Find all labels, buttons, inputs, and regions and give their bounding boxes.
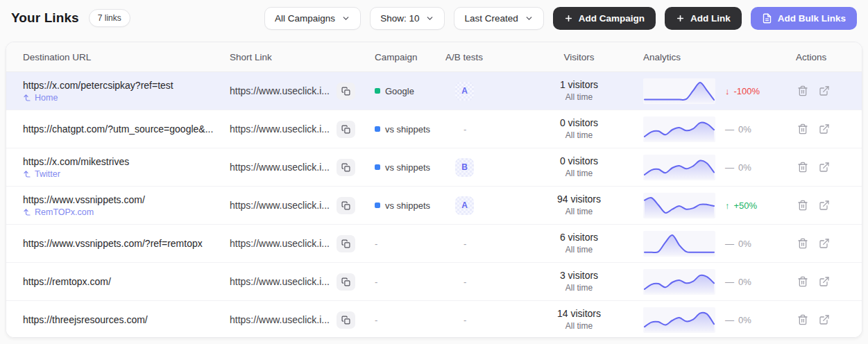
visitors-count: 0 visitors — [515, 155, 643, 168]
short-link-url[interactable]: https://www.useclick.i... — [230, 276, 330, 287]
short-link-cell: https://www.useclick.i... — [230, 83, 375, 100]
campaign-cell: - — [375, 239, 445, 249]
visitors-sparkline-chart — [643, 78, 715, 104]
top-bar: Your Links 7 links All Campaigns Show: 1… — [0, 0, 868, 36]
delete-link-button[interactable] — [797, 238, 808, 249]
open-link-button[interactable] — [819, 123, 830, 135]
campaign-filter-dropdown[interactable]: All Campaigns — [264, 7, 361, 30]
table-row[interactable]: https://www.vssnippets.com/?ref=remtopx … — [6, 225, 862, 263]
short-link-url[interactable]: https://www.useclick.i... — [230, 238, 330, 249]
show-filter-value: Show: 10 — [380, 13, 419, 24]
copy-short-link-button[interactable] — [337, 273, 355, 291]
destination-page-ref[interactable]: Twitter — [23, 169, 230, 179]
table-row[interactable]: https://threejsresources.com/ https://ww… — [6, 301, 862, 338]
page-title: Your Links — [11, 10, 79, 26]
copy-short-link-button[interactable] — [337, 159, 355, 176]
visitors-sparkline-chart — [643, 193, 715, 218]
campaign-empty-dash: - — [375, 277, 377, 287]
campaign-cell: - — [375, 315, 445, 325]
delete-link-button[interactable] — [797, 85, 808, 96]
table-row[interactable]: https://remtopx.com/ https://www.useclic… — [6, 263, 862, 301]
destination-page-ref[interactable]: Home — [23, 93, 230, 103]
copy-short-link-button[interactable] — [337, 235, 355, 252]
open-link-button[interactable] — [819, 162, 830, 173]
actions-cell — [796, 123, 845, 135]
chevron-down-icon — [341, 14, 350, 23]
ab-test-badge[interactable]: A — [455, 82, 474, 101]
visitors-period: All time — [515, 244, 643, 255]
trend-label: +50% — [734, 200, 758, 211]
copy-short-link-button[interactable] — [337, 121, 355, 138]
trend-up-icon: ↑ — [725, 200, 730, 211]
trend-label: 0% — [738, 239, 751, 249]
short-link-cell: https://www.useclick.i... — [230, 311, 375, 329]
destination-url[interactable]: https://www.vssnippets.com/?ref=remtopx — [23, 238, 230, 249]
delete-link-button[interactable] — [797, 314, 808, 325]
open-link-button[interactable] — [819, 276, 830, 287]
short-link-url[interactable]: https://www.useclick.i... — [230, 200, 330, 211]
table-row[interactable]: https://x.com/mikestrivesTwitter https:/… — [6, 148, 862, 187]
delete-link-button[interactable] — [797, 200, 808, 211]
destination-page-ref[interactable]: RemTOPx.com — [23, 207, 230, 217]
short-link-url[interactable]: https://www.useclick.i... — [230, 85, 330, 96]
table-row[interactable]: https://www.vssnippets.com/RemTOPx.com h… — [6, 187, 862, 225]
ab-test-cell: A — [445, 196, 515, 215]
destination-url[interactable]: https://www.vssnippets.com/ — [23, 194, 230, 205]
analytics-cell: ↑ +50% — [643, 193, 796, 218]
delete-link-button[interactable] — [797, 276, 808, 287]
visitors-period: All time — [515, 206, 643, 217]
trend-flat-icon: — — [725, 162, 734, 173]
visitors-cell: 0 visitors All time — [515, 155, 643, 179]
delete-icon — [797, 123, 808, 135]
table-row[interactable]: https://x.com/petercsipkay?ref=testHome … — [6, 72, 862, 110]
visitors-sparkline-chart — [643, 307, 715, 333]
short-link-url[interactable]: https://www.useclick.i... — [230, 314, 330, 325]
copy-short-link-button[interactable] — [337, 311, 355, 329]
open-link-button[interactable] — [819, 200, 830, 211]
short-link-url[interactable]: https://www.useclick.i... — [230, 123, 330, 135]
sort-filter-dropdown[interactable]: Last Created — [454, 7, 543, 30]
copy-short-link-button[interactable] — [337, 83, 355, 100]
add-link-button[interactable]: Add Link — [665, 7, 742, 30]
ab-test-badge[interactable]: A — [455, 196, 474, 215]
delete-icon — [797, 85, 808, 96]
chevron-down-icon — [525, 14, 534, 23]
page-ref-label: RemTOPx.com — [35, 207, 94, 217]
visitors-period: All time — [515, 168, 643, 179]
destination-url[interactable]: https://x.com/petercsipkay?ref=test — [23, 80, 230, 91]
destination-url[interactable]: https://x.com/mikestrives — [23, 156, 230, 167]
delete-link-button[interactable] — [797, 162, 808, 173]
external-link-icon — [819, 276, 830, 287]
destination-cell: https://www.vssnippets.com/RemTOPx.com — [23, 194, 230, 217]
visitors-cell: 94 visitors All time — [515, 193, 643, 217]
ab-test-empty-dash: - — [463, 277, 466, 287]
destination-url[interactable]: https://chatgpt.com/?utm_source=google&.… — [23, 123, 230, 135]
visitors-sparkline-chart — [643, 155, 715, 180]
open-link-button[interactable] — [819, 238, 830, 249]
delete-link-button[interactable] — [797, 123, 808, 135]
table-row[interactable]: https://chatgpt.com/?utm_source=google&.… — [6, 110, 862, 148]
trend-flat-icon: — — [725, 124, 734, 135]
external-link-icon — [819, 314, 830, 325]
add-campaign-button[interactable]: Add Campaign — [553, 7, 656, 30]
open-link-button[interactable] — [819, 314, 830, 325]
trend-indicator: — 0% — [725, 124, 751, 135]
destination-url[interactable]: https://threejsresources.com/ — [23, 314, 230, 325]
analytics-cell: — 0% — [643, 117, 796, 142]
open-link-button[interactable] — [819, 85, 830, 96]
ab-test-empty-dash: - — [463, 239, 466, 249]
copy-short-link-button[interactable] — [337, 197, 355, 214]
destination-url[interactable]: https://remtopx.com/ — [23, 276, 230, 287]
visitors-period: All time — [515, 320, 643, 332]
add-bulk-links-button[interactable]: Add Bulk Links — [751, 7, 857, 30]
column-header-visitors: Visitors — [515, 52, 643, 62]
plus-icon — [564, 14, 573, 23]
campaign-color-dot — [375, 164, 380, 170]
ab-test-badge[interactable]: B — [455, 158, 474, 177]
ab-test-empty-dash: - — [463, 315, 466, 325]
copy-icon — [341, 87, 350, 96]
sparkline-box — [643, 231, 715, 257]
show-filter-dropdown[interactable]: Show: 10 — [370, 7, 445, 30]
short-link-url[interactable]: https://www.useclick.i... — [230, 162, 330, 173]
short-link-cell: https://www.useclick.i... — [230, 273, 375, 291]
